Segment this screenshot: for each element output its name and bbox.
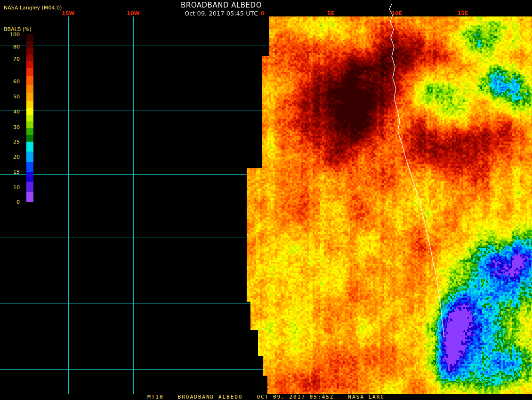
status-segment: BROADBAND ALBEDO	[178, 394, 243, 400]
colorbar-tick-25: 25	[13, 138, 20, 144]
lon-label-5E: 5E	[327, 10, 334, 16]
map-area	[0, 0, 532, 394]
colorbar-tick-70: 70	[13, 56, 20, 62]
page-title: BROADBAND ALBEDO	[181, 1, 262, 9]
lon-label-10W: 10W	[127, 10, 139, 16]
gridline-vertical	[198, 16, 198, 394]
gridline-vertical	[133, 16, 134, 394]
satellite-albedo-viewer: NASA Langley (M04.0) BROADBAND ALBEDO Oc…	[0, 0, 532, 400]
status-segment: NASA LARC	[348, 394, 385, 400]
title-block: BROADBAND ALBEDO Oct 09, 2017 05:45 UTC	[181, 1, 262, 17]
colorbar: BBALB (%) 100807060504030252015100	[0, 26, 42, 210]
status-bar: MT10BROADBAND ALBEDOOCT 09, 2017 05:45ZN…	[0, 394, 532, 400]
colorbar-tick-50: 50	[13, 94, 20, 100]
colorbar-tick-15: 15	[13, 169, 20, 175]
colorbar-tick-0: 0	[16, 199, 20, 205]
colorbar-tick-20: 20	[13, 154, 20, 160]
datetime-label: Oct 09, 2017 05:45 UTC	[181, 10, 262, 17]
lon-label-15W: 15W	[62, 10, 74, 16]
colorbar-tick-60: 60	[13, 78, 20, 84]
status-segment: MT10	[147, 394, 164, 400]
lon-label-15E: 15E	[458, 10, 468, 16]
colorbar-tick-30: 30	[13, 124, 20, 130]
lon-label-10E: 10E	[392, 10, 403, 16]
colorbar-gradient	[26, 34, 33, 202]
colorbar-tick-40: 40	[13, 109, 20, 115]
colorbar-ticks: 100807060504030252015100	[0, 34, 24, 202]
credit-label: NASA Langley (M04.0)	[4, 5, 62, 11]
gridline-vertical	[68, 16, 69, 394]
longitude-labels: 15W10W05E10E15E	[0, 0, 532, 16]
colorbar-tick-80: 80	[13, 44, 20, 50]
albedo-data-canvas	[245, 0, 532, 394]
status-segment: OCT 09, 2017 05:45Z	[257, 394, 334, 400]
colorbar-tick-100: 100	[10, 32, 20, 38]
colorbar-tick-10: 10	[13, 184, 20, 190]
